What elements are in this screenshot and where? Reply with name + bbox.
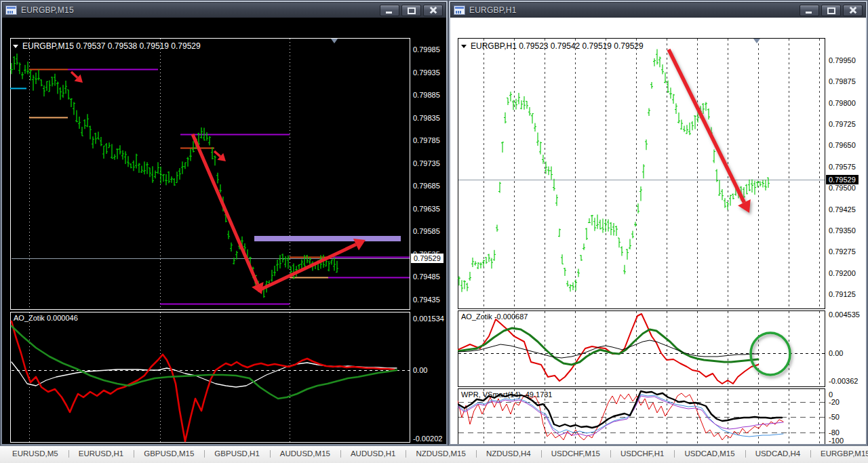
chart-dropdown-icon[interactable] <box>13 45 18 51</box>
price-axis-label: 0.79275 <box>829 247 856 256</box>
chart-tab-gbpusd-m15[interactable]: GBPUSD,M15 <box>134 446 204 463</box>
ao-indicator-pane-svg[interactable] <box>458 310 825 387</box>
price-axis-label: 0.79935 <box>413 68 440 77</box>
indicator-axis-label: -0.00362 <box>829 377 858 386</box>
indicator-label-ao-zotik: AO_Zotik 0.000046 <box>14 314 78 322</box>
chart-dropdown-icon[interactable] <box>461 45 467 51</box>
indicator-label-wpr-vsmart: WPR, VSmart(14) -49.1731 <box>461 390 553 399</box>
window-title: EURGBP,M15 <box>21 5 74 15</box>
chart-window-icon <box>5 5 17 15</box>
minimize-button[interactable] <box>380 5 399 16</box>
price-axis-label: 0.79125 <box>829 290 856 299</box>
price-axis-label: 0.79500 <box>829 184 856 193</box>
chart-tab-gbpusd-h1[interactable]: GBPUSD,H1 <box>204 446 269 463</box>
price-axis-label: 0.79950 <box>829 56 856 65</box>
last-bar-marker-icon <box>331 39 338 47</box>
maximize-button[interactable] <box>401 5 421 16</box>
drawn-zone-rectangle <box>254 236 401 241</box>
chart-window-eurgbp-h1[interactable]: EURGBP,H1 EURGBP,H1 0.79523 0.79542 0.79… <box>448 0 868 446</box>
chart-tab-usdcad-h4[interactable]: USDCAD,H4 <box>745 446 810 463</box>
maximize-icon <box>827 7 835 14</box>
metatrader-workspace: EURGBP,M15 EURGBP,M15 0.79537 0.79538 0.… <box>0 0 868 463</box>
price-axis-label: 0.79985 <box>413 45 440 54</box>
chart-tab-audusd-m15[interactable]: AUDUSD,M15 <box>270 446 340 463</box>
chart-tab-eurusd-h1[interactable]: EURUSD,H1 <box>68 446 134 463</box>
current-price-tag: 0.79529 <box>826 175 859 184</box>
price-axis-label: 0.79800 <box>829 99 856 108</box>
chart-tab-usdchf-m15[interactable]: USDCHF,M15 <box>541 446 610 463</box>
chart-tab-eurusd-m5[interactable]: EURUSD,M5 <box>2 446 68 463</box>
price-axis-label: 0.79200 <box>829 269 856 278</box>
price-axis-label: 0.79875 <box>829 77 856 86</box>
indicator-axis-label: 0.001534 <box>413 315 444 323</box>
price-axis-label: 0.79575 <box>829 163 856 172</box>
price-axis-label: 0.79650 <box>829 141 856 150</box>
indicator-label-ao-zotik: AO_Zotik -0.000687 <box>461 313 528 321</box>
indicator-axis-label: 0.00 <box>413 366 427 375</box>
price-axis-label: 0.79425 <box>829 205 856 214</box>
price-axis-label: 0.79435 <box>413 296 440 304</box>
chart-tab-nzdusd-h4[interactable]: NZDUSD,H4 <box>476 446 541 463</box>
indicator-axis-label: -50 <box>829 413 840 422</box>
maximize-button[interactable] <box>821 5 841 16</box>
price-axis-label: 0.79485 <box>413 273 440 281</box>
chart-quote-line: EURGBP,H1 0.79523 0.79542 0.79519 0.7952… <box>461 41 644 51</box>
indicator-axis-label: -20 <box>829 398 840 407</box>
minimize-icon <box>386 12 392 14</box>
eurgbp-h1-chart-area[interactable]: EURGBP,H1 0.79523 0.79542 0.79519 0.7952… <box>450 18 866 444</box>
chart-window-eurgbp-m15[interactable]: EURGBP,M15 EURGBP,M15 0.79537 0.79538 0.… <box>0 0 448 446</box>
price-axis-label: 0.79885 <box>413 91 440 100</box>
close-button[interactable] <box>423 5 443 16</box>
chart-tab-eurgbp-m15[interactable]: EURGBP,M15 <box>810 446 868 463</box>
chart-window-icon <box>454 5 465 15</box>
minimize-icon <box>806 12 812 14</box>
minimize-button[interactable] <box>800 5 819 16</box>
price-pane-svg[interactable] <box>458 38 825 309</box>
last-bar-marker-icon <box>753 39 760 47</box>
ao-indicator-pane-svg[interactable] <box>10 312 410 443</box>
price-axis-label: 0.79350 <box>829 226 856 235</box>
window-titlebar[interactable]: EURGBP,M15 <box>2 2 446 18</box>
indicator-axis-label: 0.004535 <box>829 310 860 319</box>
price-axis-label: 0.79785 <box>413 136 440 145</box>
price-axis-label: 0.79835 <box>413 114 440 123</box>
indicator-axis-label: -100 <box>829 437 844 444</box>
eurgbp-m15-chart-area[interactable]: EURGBP,M15 0.79537 0.79538 0.79519 0.795… <box>2 18 446 444</box>
chart-tab-audusd-h1[interactable]: AUDUSD,H1 <box>340 446 406 463</box>
window-titlebar[interactable]: EURGBP,H1 <box>450 2 866 18</box>
window-title: EURGBP,H1 <box>469 5 517 15</box>
price-pane-svg[interactable] <box>10 38 410 310</box>
price-axis-label: 0.79735 <box>413 159 440 168</box>
price-axis-label: 0.79635 <box>413 205 440 214</box>
price-axis-label: 0.79725 <box>829 120 856 129</box>
current-price-tag: 0.79529 <box>411 254 443 263</box>
chart-tab-usdcad-m15[interactable]: USDCAD,M15 <box>674 446 745 463</box>
indicator-axis-label: -0.00202 <box>413 435 442 443</box>
chart-tab-nzdusd-m15[interactable]: NZDUSD,M15 <box>406 446 475 463</box>
chart-quote-line: EURGBP,M15 0.79537 0.79538 0.79519 0.795… <box>13 41 201 51</box>
indicator-axis-label: 0.00 <box>829 349 843 358</box>
price-axis-label: 0.79685 <box>413 182 440 190</box>
price-axis-label: 0.79585 <box>413 227 440 236</box>
maximize-icon <box>408 7 416 14</box>
close-button[interactable] <box>843 5 863 16</box>
chart-tab-usdchf-h1[interactable]: USDCHF,H1 <box>610 446 675 463</box>
chart-tab-bar: EURUSD,M5EURUSD,H1GBPUSD,M15GBPUSD,H1AUD… <box>0 445 868 463</box>
